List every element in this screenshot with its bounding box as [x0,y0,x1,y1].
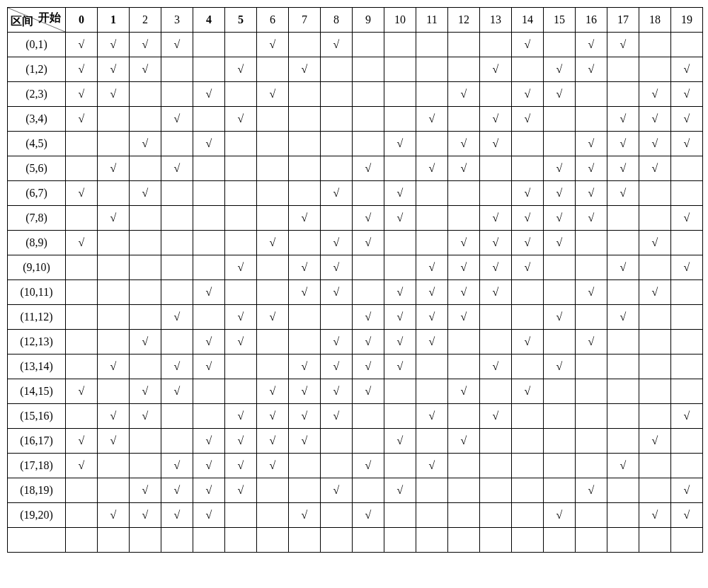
cell [66,132,98,156]
cell [384,503,416,528]
cell: √ [576,132,607,156]
cell: √ [225,57,257,82]
cell: √ [66,231,98,255]
cell [512,132,544,156]
column-header: 7 [289,8,321,33]
cell: √ [289,404,321,429]
cell [193,255,225,280]
cell [225,206,257,231]
cell [98,231,130,255]
cell: √ [289,429,321,454]
cell: √ [671,404,703,429]
cell: √ [161,503,193,528]
cell: √ [225,330,257,354]
cell [289,454,321,478]
cell [225,82,257,107]
cell: √ [193,478,225,503]
cell: √ [671,478,703,503]
cell [544,478,576,503]
cell [225,379,257,404]
cell [576,528,607,553]
cell [161,231,193,255]
table-row: (18,19)√√√√√√√√ [8,478,703,503]
cell [607,379,639,404]
cell: √ [448,305,480,330]
cell [353,57,384,82]
cell [512,156,544,181]
cell [671,305,703,330]
cell [66,404,98,429]
cell [480,33,512,57]
cell [193,181,225,206]
cell [576,429,607,454]
column-header: 1 [98,8,130,33]
cell: √ [671,132,703,156]
cell: √ [66,454,98,478]
cell [257,181,289,206]
cell [193,305,225,330]
cell [225,181,257,206]
cell [607,231,639,255]
cell [193,107,225,132]
cell [607,82,639,107]
column-header: 16 [576,8,607,33]
table-row: (7,8)√√√√√√√√√ [8,206,703,231]
row-label: (12,13) [8,330,66,354]
cell [353,528,384,553]
cell [448,404,480,429]
cell: √ [66,181,98,206]
cell [257,206,289,231]
cell [544,404,576,429]
cell: √ [480,206,512,231]
column-header: 13 [480,8,512,33]
cell: √ [321,231,353,255]
cell [480,82,512,107]
cell: √ [639,280,671,305]
cell: √ [353,330,384,354]
cell [639,354,671,379]
cell: √ [193,132,225,156]
cell: √ [66,379,98,404]
cell [512,528,544,553]
cell [225,132,257,156]
column-header: 6 [257,8,289,33]
cell: √ [639,107,671,132]
cell: √ [66,82,98,107]
cell [321,107,353,132]
cell [289,528,321,553]
cell: √ [289,379,321,404]
cell [416,132,448,156]
cell [98,528,130,553]
cell [321,429,353,454]
cell [416,181,448,206]
cell: √ [544,231,576,255]
cell: √ [321,379,353,404]
cell [353,82,384,107]
column-header: 10 [384,8,416,33]
row-label: (3,4) [8,107,66,132]
column-header: 14 [512,8,544,33]
cell [130,206,161,231]
cell: √ [321,280,353,305]
cell [225,354,257,379]
cell [321,454,353,478]
cell [353,132,384,156]
cell: √ [607,181,639,206]
cell [161,280,193,305]
cell: √ [448,379,480,404]
cell: √ [161,379,193,404]
cell [384,379,416,404]
table-row: (0,1)√√√√√√√√√ [8,33,703,57]
cell [544,107,576,132]
cell: √ [193,354,225,379]
cell: √ [130,478,161,503]
cell [544,454,576,478]
cell [671,231,703,255]
cell: √ [448,156,480,181]
cell [257,503,289,528]
cell [98,181,130,206]
cell: √ [193,503,225,528]
cell [289,82,321,107]
cell: √ [321,478,353,503]
cell: √ [321,255,353,280]
